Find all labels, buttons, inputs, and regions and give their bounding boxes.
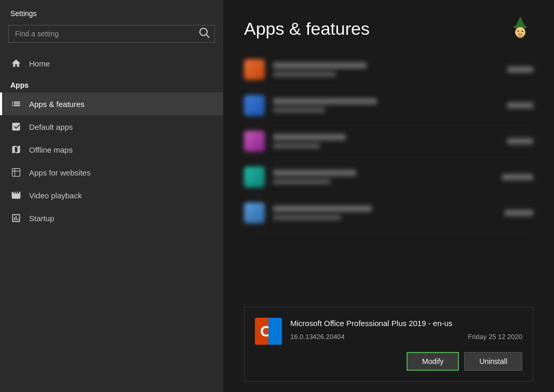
selected-app-header: O Microsoft Office Professional Plus 201… (255, 318, 522, 345)
sidebar: Settings Home Apps Apps & features Defau… (0, 0, 223, 392)
sidebar-item-default-apps-label: Default apps (29, 123, 73, 131)
sidebar-item-video-playback[interactable]: Video playback (0, 184, 223, 207)
sidebar-item-home-label: Home (29, 59, 50, 68)
modify-button[interactable]: Modify (407, 352, 459, 371)
sidebar-item-offline-maps-label: Offline maps (29, 145, 73, 154)
home-icon (10, 58, 22, 69)
app-info: Microsoft Office Professional Plus 2019 … (290, 318, 522, 341)
svg-point-3 (518, 31, 519, 32)
startup-icon (10, 213, 22, 223)
uninstall-button[interactable]: Uninstall (464, 352, 522, 371)
blurred-app-row-3 (244, 124, 533, 159)
blurred-app-row-4 (244, 159, 533, 195)
sidebar-item-home[interactable]: Home (0, 51, 223, 76)
apps-section-label: Apps (0, 76, 223, 92)
main-content: Apps & features (223, 0, 554, 392)
sidebar-item-offline-maps[interactable]: Offline maps (0, 138, 223, 161)
svg-marker-0 (515, 17, 525, 27)
default-apps-icon (10, 121, 22, 132)
selected-app-card: O Microsoft Office Professional Plus 201… (244, 307, 533, 382)
app-list (223, 52, 554, 307)
search-input[interactable] (8, 25, 215, 43)
search-icon (199, 28, 210, 40)
sidebar-item-apps-features-label: Apps & features (29, 100, 85, 109)
offline-maps-icon (10, 144, 22, 155)
sidebar-item-startup-label: Startup (29, 214, 54, 223)
sidebar-item-default-apps[interactable]: Default apps (0, 115, 223, 138)
apps-features-icon (10, 99, 22, 109)
page-title: Apps & features (244, 19, 370, 39)
settings-title: Settings (0, 0, 223, 25)
sidebar-item-video-playback-label: Video playback (29, 191, 82, 200)
svg-point-4 (522, 31, 523, 32)
sidebar-item-apps-for-websites[interactable]: Apps for websites (0, 161, 223, 184)
sidebar-item-startup[interactable]: Startup (0, 207, 223, 229)
app-name: Microsoft Office Professional Plus 2019 … (290, 318, 522, 329)
sidebar-item-apps-features[interactable]: Apps & features (0, 92, 223, 115)
blurred-app-row-2 (244, 88, 533, 124)
app-version: 16.0.13426.20404 (290, 333, 345, 341)
svg-rect-9 (268, 318, 282, 345)
video-playback-icon (10, 190, 22, 200)
app-details-row: 16.0.13426.20404 Friday 25 12 2020 (290, 333, 522, 341)
avatar (507, 16, 533, 42)
app-date: Friday 25 12 2020 (468, 333, 522, 341)
sidebar-item-apps-for-websites-label: Apps for websites (29, 168, 90, 177)
main-header: Apps & features (223, 0, 554, 52)
apps-for-websites-icon (10, 167, 22, 178)
search-box (8, 25, 215, 43)
office-app-icon: O (255, 318, 282, 345)
svg-point-5 (517, 34, 524, 38)
app-actions: Modify Uninstall (255, 352, 522, 371)
blurred-app-row-5 (244, 195, 533, 231)
blurred-app-row-1 (244, 52, 533, 88)
